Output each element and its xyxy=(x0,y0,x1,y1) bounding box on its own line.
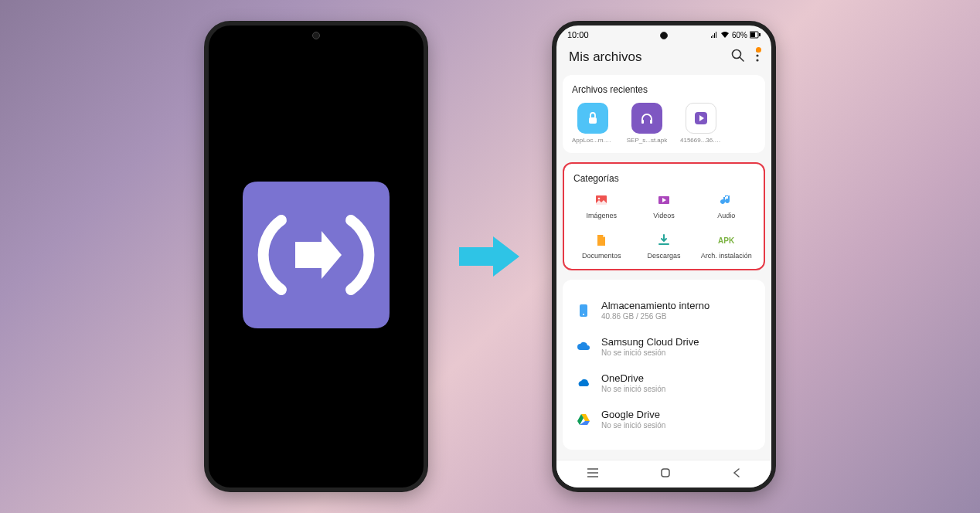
category-label: Arch. instalación xyxy=(701,252,752,260)
svg-rect-20 xyxy=(662,469,669,477)
category-documents[interactable]: Documentos xyxy=(573,232,630,260)
image-icon xyxy=(593,192,610,209)
apk-icon: APK xyxy=(718,232,735,249)
category-audio[interactable]: Audio xyxy=(698,192,754,219)
category-label: Documentos xyxy=(582,252,621,260)
storage-sub: No se inició sesión xyxy=(601,348,699,357)
category-label: Imágenes xyxy=(587,212,618,219)
nav-back-button[interactable] xyxy=(732,467,741,481)
categories-card: Categorías Imágenes Videos Audio Documen… xyxy=(563,162,765,270)
wifi-icon xyxy=(720,31,730,39)
video-icon xyxy=(655,192,672,209)
storage-title: Samsung Cloud Drive xyxy=(601,336,699,348)
svg-point-16 xyxy=(583,314,584,315)
category-videos[interactable]: Videos xyxy=(636,192,692,219)
storage-sub: 40.86 GB / 256 GB xyxy=(601,312,709,321)
nav-bar xyxy=(556,460,771,488)
search-button[interactable] xyxy=(731,49,745,66)
recent-file-item[interactable]: 415669...36.avi xyxy=(680,103,722,144)
storage-internal[interactable]: Almacenamiento interno 40.86 GB / 256 GB xyxy=(572,292,756,328)
storage-title: Almacenamiento interno xyxy=(601,300,709,311)
recent-file-label: SEP_s...st.apk xyxy=(627,137,667,144)
svg-point-6 xyxy=(756,54,758,56)
storage-icon xyxy=(575,302,592,319)
svg-rect-9 xyxy=(641,120,644,124)
nav-recents-button[interactable] xyxy=(587,467,599,481)
phone-left xyxy=(204,21,428,492)
storage-sub: No se inició sesión xyxy=(601,421,665,430)
phone-right: 10:00 60% Mis archivos Archivos reciente… xyxy=(552,21,776,492)
svg-point-13 xyxy=(598,198,601,200)
notification-badge-icon xyxy=(756,47,761,53)
status-time: 10:00 xyxy=(567,30,589,39)
home-icon xyxy=(659,467,672,479)
storage-samsung-cloud[interactable]: Samsung Cloud Drive No se inició sesión xyxy=(572,328,756,365)
back-icon xyxy=(732,467,741,478)
camera-hole-icon xyxy=(312,32,320,39)
storage-title: Google Drive xyxy=(601,409,665,420)
recent-title: Archivos recientes xyxy=(572,84,756,95)
nav-home-button[interactable] xyxy=(659,467,672,482)
category-label: Descargas xyxy=(647,252,680,260)
storage-title: OneDrive xyxy=(601,372,665,384)
category-images[interactable]: Imágenes xyxy=(573,192,630,219)
battery-icon xyxy=(750,31,761,39)
headphones-icon xyxy=(631,103,662,134)
onedrive-icon xyxy=(575,375,592,392)
storage-sub: No se inició sesión xyxy=(601,385,665,393)
samsung-cloud-icon xyxy=(575,338,592,355)
transfer-arrow-icon xyxy=(459,226,521,287)
svg-rect-2 xyxy=(759,33,761,36)
app-header: Mis archivos xyxy=(556,41,771,75)
search-icon xyxy=(731,49,745,63)
recents-icon xyxy=(587,467,599,478)
page-title: Mis archivos xyxy=(569,49,641,65)
category-apk[interactable]: APK Arch. instalación xyxy=(698,232,754,260)
play-icon xyxy=(686,103,716,134)
recent-files-card: Archivos recientes AppLoc...m.apk SEP_s.… xyxy=(563,75,765,153)
lock-icon xyxy=(577,103,608,134)
document-icon xyxy=(593,232,610,249)
more-button[interactable] xyxy=(756,49,759,65)
download-icon xyxy=(655,232,672,249)
storage-onedrive[interactable]: OneDrive No se inició sesión xyxy=(572,365,756,401)
svg-rect-8 xyxy=(589,117,597,124)
storage-google-drive[interactable]: Google Drive No se inició sesión xyxy=(572,401,756,437)
category-label: Audio xyxy=(717,212,735,219)
gdrive-icon xyxy=(575,411,592,428)
categories-title: Categorías xyxy=(573,173,754,184)
camera-hole-icon xyxy=(660,32,668,39)
status-indicators: 60% xyxy=(710,31,761,39)
category-downloads[interactable]: Descargas xyxy=(636,232,692,260)
battery-text: 60% xyxy=(732,31,747,39)
audio-icon xyxy=(718,192,735,209)
quickshare-app-icon xyxy=(227,166,405,347)
category-label: Videos xyxy=(653,212,674,219)
storage-card: Almacenamiento interno 40.86 GB / 256 GB… xyxy=(563,280,765,450)
recent-file-item[interactable]: SEP_s...st.apk xyxy=(626,103,668,144)
svg-rect-10 xyxy=(650,120,652,124)
svg-rect-1 xyxy=(750,32,755,37)
recent-file-label: 415669...36.avi xyxy=(680,137,722,144)
signal-icon xyxy=(710,31,718,39)
recent-file-item[interactable]: AppLoc...m.apk xyxy=(572,103,614,144)
recent-file-label: AppLoc...m.apk xyxy=(572,137,614,144)
svg-point-7 xyxy=(756,59,758,61)
svg-line-4 xyxy=(740,57,744,61)
